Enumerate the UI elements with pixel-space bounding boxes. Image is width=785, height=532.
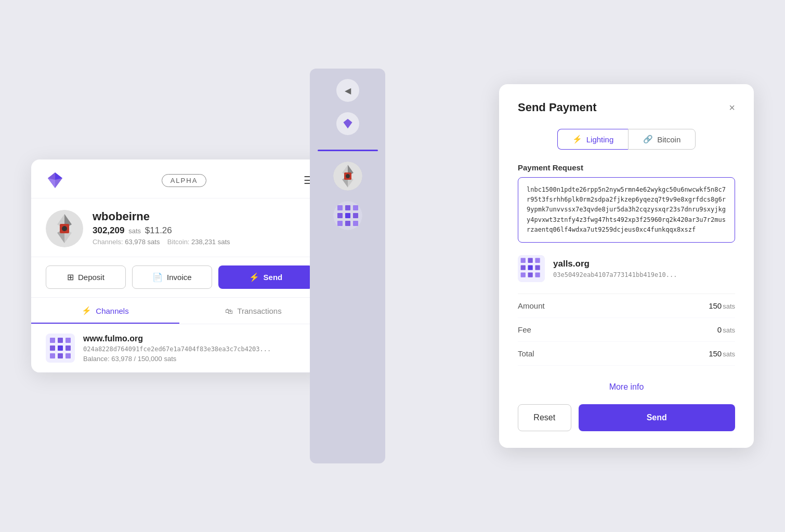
svg-rect-30 xyxy=(337,205,343,210)
svg-rect-32 xyxy=(353,205,358,210)
channel-list: www.fulmo.org 024a8228d764091fce2ed67e1a… xyxy=(31,324,328,373)
recipient-info: yalls.org 03e50492eab4107a773141bb419e10… xyxy=(553,259,677,278)
tab-transactions[interactable]: 🛍 Transactions xyxy=(179,298,328,324)
modal-actions: Reset Send xyxy=(518,404,735,431)
svg-marker-2 xyxy=(48,178,55,188)
profile-balance: 302,209 sats $11.26 xyxy=(93,225,313,236)
channel-item[interactable]: www.fulmo.org 024a8228d764091fce2ed67e1a… xyxy=(31,324,328,373)
svg-rect-46 xyxy=(521,272,526,277)
amount-unit: sats xyxy=(723,302,735,310)
profile-sub: Channels: 63,978 sats Bitcoin: 238,231 s… xyxy=(93,238,313,246)
payment-request-label: Payment Request xyxy=(518,163,735,172)
send-payment-modal: Send Payment × ⚡ Lighting 🔗 Bitcoin Paym… xyxy=(499,84,754,448)
fee-value: 0sats xyxy=(717,325,735,334)
svg-rect-15 xyxy=(50,345,55,351)
svg-rect-37 xyxy=(345,221,350,226)
channels-sats: 63,978 sats xyxy=(125,238,160,246)
wallet-actions: ⊞ Deposit 📄 Invoice ⚡ Send xyxy=(31,257,328,298)
modal-tabs: ⚡ Lighting 🔗 Bitcoin xyxy=(518,129,735,150)
wallet-panel: ALPHA ☰ wbobeirne 302,20 xyxy=(31,159,328,373)
channel-balance: Balance: 63,978 / 150,000 sats xyxy=(83,355,271,363)
more-info-link[interactable]: More info xyxy=(518,375,735,399)
svg-rect-17 xyxy=(66,345,71,351)
strip-avatar xyxy=(333,162,362,191)
svg-rect-33 xyxy=(337,213,343,218)
svg-point-28 xyxy=(346,174,350,178)
tab-lightning[interactable]: ⚡ Lighting xyxy=(557,129,629,150)
tab-channels[interactable]: ⚡ Channels xyxy=(31,298,179,324)
wallet-profile: wbobeirne 302,209 sats $11.26 Channels: … xyxy=(31,198,328,257)
svg-marker-21 xyxy=(343,119,352,128)
reset-button[interactable]: Reset xyxy=(518,404,571,431)
channel-info: www.fulmo.org 024a8228d764091fce2ed67e1a… xyxy=(83,334,271,363)
deposit-label: Deposit xyxy=(78,273,104,282)
svg-rect-19 xyxy=(58,353,63,358)
svg-rect-34 xyxy=(345,213,350,218)
strip-diamond-icon xyxy=(342,118,354,129)
recipient-id: 03e50492eab4107a773141bb419e10... xyxy=(553,271,677,278)
svg-rect-13 xyxy=(58,338,63,343)
recipient-name: yalls.org xyxy=(553,259,677,269)
modal-close-button[interactable]: × xyxy=(729,102,735,114)
strip-avatar2 xyxy=(333,201,362,230)
profile-name: wbobeirne xyxy=(93,210,313,223)
bitcoin-link-icon: 🔗 xyxy=(643,135,653,144)
svg-rect-47 xyxy=(528,272,533,277)
invoice-label: Invoice xyxy=(167,273,192,282)
total-label: Total xyxy=(518,349,534,358)
balance-sats: 302,209 xyxy=(93,225,124,235)
svg-rect-41 xyxy=(528,258,533,263)
svg-rect-16 xyxy=(58,345,63,351)
invoice-icon: 📄 xyxy=(152,272,163,282)
transactions-tab-icon: 🛍 xyxy=(225,307,233,315)
amount-row: Amount 150sats xyxy=(518,294,735,318)
svg-rect-44 xyxy=(528,265,533,270)
invoice-button[interactable]: 📄 Invoice xyxy=(132,265,212,289)
payment-details: Amount 150sats Fee 0sats Total 150sats xyxy=(518,294,735,366)
fee-label: Fee xyxy=(518,325,531,334)
strip-progress-bar xyxy=(318,150,378,151)
bitcoin-sats: 238,231 sats xyxy=(191,238,230,246)
transactions-tab-label: Transactions xyxy=(237,307,281,315)
wallet-logo-icon xyxy=(46,171,64,190)
deposit-icon: ⊞ xyxy=(67,272,74,282)
profile-info: wbobeirne 302,209 sats $11.26 Channels: … xyxy=(93,210,313,246)
channel-id: 024a8228d764091fce2ed67e1a7404f83e38ea3c… xyxy=(83,345,271,353)
recipient-row: yalls.org 03e50492eab4107a773141bb419e10… xyxy=(518,255,735,282)
svg-rect-42 xyxy=(535,258,540,263)
fee-unit: sats xyxy=(723,326,735,334)
bitcoin-tab-label: Bitcoin xyxy=(657,135,681,144)
wallet-header: ALPHA ☰ xyxy=(31,159,328,198)
channels-tab-icon: ⚡ xyxy=(82,306,91,315)
strip-back-button[interactable]: ◀ xyxy=(336,79,359,102)
svg-rect-14 xyxy=(66,338,71,343)
balance-usd: $11.26 xyxy=(145,225,172,235)
fee-row: Fee 0sats xyxy=(518,318,735,342)
channels-tab-label: Channels xyxy=(96,307,128,315)
lightning-tab-label: Lighting xyxy=(586,135,614,144)
svg-rect-18 xyxy=(50,353,55,358)
alpha-badge: ALPHA xyxy=(162,174,207,187)
send-button[interactable]: ⚡ Send xyxy=(218,265,313,289)
lightning-icon: ⚡ xyxy=(572,135,582,144)
modal-send-button[interactable]: Send xyxy=(579,404,736,431)
modal-title: Send Payment xyxy=(518,101,597,114)
sats-label: sats xyxy=(128,227,141,235)
bitcoin-label: Bitcoin: xyxy=(167,238,190,246)
total-row: Total 150sats xyxy=(518,342,735,366)
svg-rect-48 xyxy=(535,272,540,277)
svg-rect-45 xyxy=(535,265,540,270)
svg-rect-31 xyxy=(345,205,350,210)
wallet-tabs: ⚡ Channels 🛍 Transactions xyxy=(31,298,328,324)
svg-rect-38 xyxy=(353,221,358,226)
svg-rect-12 xyxy=(50,338,55,343)
scene: ALPHA ☰ wbobeirne 302,20 xyxy=(0,0,785,532)
svg-rect-20 xyxy=(66,353,71,358)
channels-label: Channels: xyxy=(93,238,123,246)
amount-value: 150sats xyxy=(709,301,735,310)
tab-bitcoin[interactable]: 🔗 Bitcoin xyxy=(628,129,696,150)
strip-nav-button[interactable] xyxy=(336,112,359,135)
amount-label: Amount xyxy=(518,301,545,310)
deposit-button[interactable]: ⊞ Deposit xyxy=(46,265,126,289)
payment-request-box[interactable]: lnbc1500n1pdte26rpp5n2nyw5rmn4e62wykgc50… xyxy=(518,177,735,243)
